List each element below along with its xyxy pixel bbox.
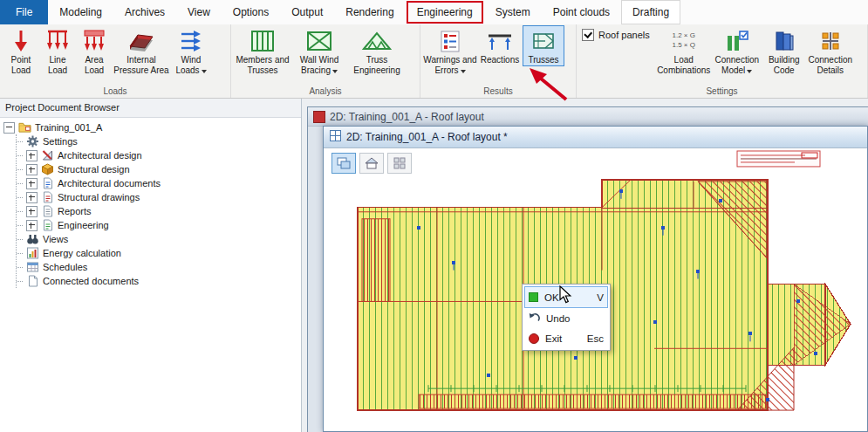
back-window-title-bar[interactable]: 2D: Training_001_A - Roof layout (308, 107, 868, 127)
structural-design-icon (41, 163, 54, 175)
group-label-settings: Settings (579, 86, 865, 98)
layout-view-button[interactable] (331, 153, 356, 174)
annotation-arrow-to-trusses (526, 66, 571, 106)
roof-panels-checkbox[interactable]: Roof panels (582, 29, 650, 41)
panel-header: Project Document Browser (0, 98, 301, 118)
tab-file[interactable]: File (0, 0, 48, 24)
truss-engineering-icon (362, 27, 392, 55)
project-tree: Training_001_A Settings Architectural de… (0, 118, 301, 288)
tab-archives[interactable]: Archives (113, 0, 176, 24)
load-combinations-button[interactable]: 1.2 × G 1.5 × Q Load Combinations (657, 25, 711, 76)
expand-icon[interactable] (26, 178, 38, 189)
truss-engineering-button[interactable]: Truss Engineering (347, 25, 407, 76)
expand-icon[interactable] (26, 206, 38, 217)
trusses-button[interactable]: Trusses (523, 25, 564, 66)
workspace: 2D: Training_001_A - Roof layout 2D: Tra… (301, 98, 868, 432)
views-binoculars-icon (26, 233, 39, 245)
tree-item-connected-documents[interactable]: Connected documents (17, 274, 299, 288)
tree-item-energy-calculation[interactable]: Energy calculation (17, 246, 299, 260)
tab-output[interactable]: Output (280, 0, 334, 24)
wall-wind-bracing-icon (306, 27, 332, 55)
wind-loads-icon (179, 27, 203, 55)
roof-view-button[interactable] (359, 153, 384, 174)
area-load-button[interactable]: Area Load (76, 25, 113, 76)
schedules-table-icon (26, 261, 39, 273)
trusses-icon (532, 27, 555, 55)
tab-point-clouds[interactable]: Point clouds (542, 0, 621, 24)
members-and-trusses-icon (249, 27, 276, 55)
energy-calculation-icon (26, 247, 39, 259)
connection-details-button[interactable]: Connection Details (805, 25, 856, 76)
tree-item-schedules[interactable]: Schedules (17, 260, 299, 274)
building-code-icon (773, 27, 796, 55)
wall-wind-bracing-button[interactable]: Wall Wind Bracing (291, 25, 347, 76)
dropdown-caret-icon (332, 70, 338, 76)
tab-view[interactable]: View (176, 0, 222, 24)
tree-item-structural-drawings[interactable]: Structural drawings (17, 190, 299, 204)
load-combinations-icon: 1.2 × G 1.5 × Q (672, 27, 694, 55)
internal-pressure-area-button[interactable]: Internal Pressure Area (113, 25, 170, 76)
tree-item-views[interactable]: Views (17, 232, 299, 246)
exit-icon (529, 333, 539, 344)
context-menu-item-exit[interactable]: Exit Esc (524, 328, 608, 348)
wind-loads-button[interactable]: Wind Loads (170, 25, 212, 76)
warnings-and-errors-icon (439, 27, 461, 55)
expand-icon[interactable] (26, 150, 38, 161)
tab-drafting[interactable]: Drafting (621, 0, 680, 24)
mouse-cursor-icon (559, 285, 572, 307)
ribbon-group-analysis: Members and Trusses Wall Wind Bracing Tr… (231, 24, 420, 98)
undo-icon (529, 312, 540, 324)
connection-details-icon (819, 27, 842, 55)
connection-model-button[interactable]: Connection Model (711, 25, 763, 76)
tree-item-engineering[interactable]: Engineering (17, 218, 299, 232)
engineering-icon (41, 219, 54, 231)
tab-modeling[interactable]: Modeling (48, 0, 113, 24)
tab-options[interactable]: Options (222, 0, 280, 24)
ribbon: Point Load Line Load Area Load Internal … (0, 24, 868, 99)
menu-bar: File Modeling Archives View Options Outp… (0, 0, 868, 25)
tree-item-structural-design[interactable]: Structural design (17, 162, 299, 176)
group-label-loads: Loads (3, 86, 228, 98)
architectural-design-icon (41, 149, 54, 161)
gear-icon (26, 135, 39, 147)
ribbon-group-settings: Roof panels 1.2 × G 1.5 × Q Load Combina… (577, 24, 868, 98)
connected-documents-icon (26, 275, 39, 287)
internal-pressure-area-icon (127, 27, 155, 55)
tree-item-reports[interactable]: Reports (17, 204, 299, 218)
connection-model-icon (725, 27, 749, 55)
checkbox-checked-icon (582, 29, 594, 41)
tree-item-architectural-design[interactable]: Architectural design (17, 148, 299, 162)
ribbon-group-loads: Point Load Line Load Area Load Internal … (0, 24, 231, 98)
drawing-stamp (737, 151, 820, 167)
tree-item-settings[interactable]: Settings (17, 134, 299, 148)
line-load-icon (45, 27, 70, 55)
expand-icon[interactable] (26, 220, 38, 231)
collapse-icon[interactable] (3, 122, 15, 134)
context-menu-item-undo[interactable]: Undo (524, 308, 608, 328)
tab-system[interactable]: System (484, 0, 542, 24)
shortcut-label: Esc (587, 333, 604, 344)
view-toolbar (331, 153, 412, 174)
expand-icon[interactable] (26, 192, 38, 203)
warnings-and-errors-button[interactable]: Warnings and Errors (423, 25, 477, 76)
tab-engineering[interactable]: Engineering (406, 0, 484, 24)
members-and-trusses-button[interactable]: Members and Trusses (234, 25, 291, 76)
building-code-button[interactable]: Building Code (763, 25, 805, 76)
expand-icon[interactable] (26, 164, 38, 175)
area-load-icon (82, 27, 106, 55)
point-load-icon (10, 27, 31, 55)
tab-rendering[interactable]: Rendering (334, 0, 405, 24)
front-window-title-bar[interactable]: 2D: Training_001_A - Roof layout * (324, 127, 867, 148)
project-folder-icon (18, 121, 31, 134)
reactions-button[interactable]: Reactions (477, 25, 523, 65)
drawing-icon (330, 130, 341, 144)
line-load-button[interactable]: Line Load (39, 25, 76, 76)
project-document-browser-panel: Project Document Browser Training_001_A … (0, 98, 302, 432)
tree-item-architectural-documents[interactable]: Architectural documents (17, 176, 299, 190)
grid-view-button[interactable] (387, 153, 412, 174)
tree-root[interactable]: Training_001_A (3, 120, 299, 134)
point-load-button[interactable]: Point Load (3, 25, 39, 76)
architectural-documents-icon (41, 177, 54, 189)
reports-icon (41, 205, 54, 217)
front-drawing-window[interactable]: 2D: Training_001_A - Roof layout * (323, 126, 868, 432)
